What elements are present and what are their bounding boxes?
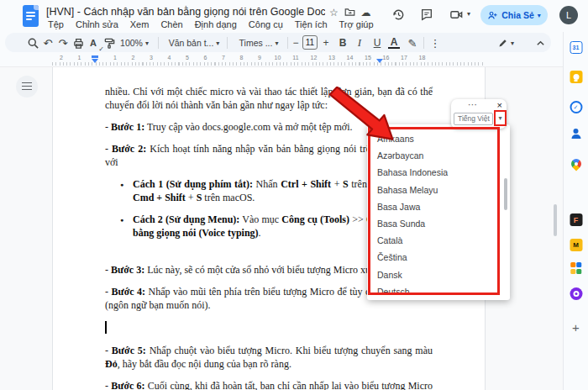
menu-chỉnh-sửa[interactable]: Chỉnh sửa — [74, 18, 120, 30]
ruler-number: 11 — [292, 55, 298, 61]
highlight-color-button[interactable]: ✎ — [406, 34, 419, 52]
italic-button[interactable]: I — [354, 34, 365, 52]
ruler-number: 17 — [401, 55, 407, 61]
menubar: TệpChỉnh sửaXemChènĐịnh dạngCông cụTiện … — [46, 18, 375, 30]
language-option[interactable]: Čeština — [367, 249, 501, 266]
doc-paragraph: - Bước 6: Cuối cùng, khi đã hoàn tất, bạ… — [105, 379, 433, 390]
document-scrollbar[interactable] — [554, 204, 557, 236]
show-outline-button[interactable] — [16, 76, 38, 98]
version-history-icon[interactable] — [390, 6, 407, 23]
get-addons-button[interactable]: + — [572, 320, 580, 335]
keep-icon[interactable] — [570, 71, 582, 83]
google-docs-window: [HVN] - Cách nhập văn bản bằng giọng nói… — [0, 0, 588, 390]
side-panel: 31 ✓ F M + — [563, 32, 588, 390]
ruler-number: 10 — [275, 55, 281, 61]
close-icon[interactable]: × — [497, 100, 502, 110]
addon-yellow-icon[interactable]: M — [570, 239, 582, 251]
pen-icon — [497, 38, 508, 49]
language-dropdown: AfrikaansAzərbaycanBahasa IndonesiaBahas… — [367, 124, 510, 300]
zoom-select[interactable]: 100%▾ — [114, 34, 155, 52]
redo-button[interactable]: ↷ — [55, 34, 71, 52]
addon-dark-icon[interactable]: F — [570, 213, 582, 226]
ruler-number: 14 — [347, 55, 354, 61]
caret-down-icon: ▾ — [145, 40, 149, 47]
font-size-input[interactable]: 11 — [302, 35, 318, 50]
editing-mode-select[interactable]: ▾ — [491, 34, 520, 52]
ruler-number: 5 — [186, 55, 189, 61]
ruler-number: 15 — [365, 55, 371, 61]
voice-typing-widget: ⋯ × Tiếng Việt ▾ — [451, 99, 507, 129]
account-avatar[interactable]: L — [559, 6, 578, 24]
video-call-caret-icon[interactable]: ▾ — [467, 10, 470, 18]
language-option[interactable]: Basa Sunda — [367, 215, 501, 232]
language-option[interactable]: Bahasa Melayu — [367, 182, 501, 198]
font-select[interactable]: Times ...▾ — [233, 34, 285, 52]
language-option[interactable]: Afrikaans — [367, 130, 501, 147]
toolbar-divider — [287, 37, 288, 49]
menu-tiện-ích[interactable]: Tiện ích — [293, 18, 329, 30]
star-icon[interactable]: ☆ — [328, 7, 340, 19]
person-add-icon — [487, 10, 498, 21]
left-indent-marker[interactable] — [92, 59, 98, 63]
language-option[interactable]: Dansk — [367, 266, 501, 283]
share-caret-icon[interactable]: ▾ — [538, 12, 541, 19]
language-list-scrollbar[interactable] — [504, 178, 507, 210]
increase-font-size-button[interactable]: + — [321, 34, 331, 52]
language-option[interactable]: Azərbaycan — [367, 147, 501, 164]
paragraph-style-select[interactable]: Văn bản t...▾ — [165, 34, 223, 52]
cloud-status-icon[interactable]: ☁ — [360, 7, 372, 19]
ruler-number: 9 — [258, 55, 261, 61]
caret-down-icon: ▾ — [511, 40, 514, 47]
drag-handle-icon[interactable]: ⋯ — [468, 99, 478, 110]
bold-button[interactable]: B — [336, 34, 349, 52]
calendar-icon[interactable]: 31 — [570, 41, 582, 54]
language-option[interactable]: Basa Jawa — [367, 198, 501, 215]
document-title[interactable]: [HVN] - Cách nhập văn bản bằng giọng nói… — [46, 6, 325, 18]
ruler-number: 2 — [132, 55, 135, 61]
addon-purple-icon[interactable] — [570, 287, 582, 300]
video-call-icon[interactable] — [448, 6, 465, 23]
ruler-number: 6 — [204, 55, 207, 61]
menu-công-cụ[interactable]: Công cụ — [247, 18, 285, 30]
text-cursor — [105, 321, 107, 334]
docs-logo-icon[interactable] — [23, 5, 39, 27]
more-options-button[interactable]: ⋮ — [429, 34, 441, 52]
search-menus-button[interactable] — [25, 34, 40, 52]
ruler: 21123456789101112131415161718 — [0, 54, 588, 67]
language-option[interactable]: Deutsch — [367, 283, 501, 300]
language-option[interactable]: Català — [367, 232, 501, 249]
print-button[interactable] — [71, 34, 86, 52]
ruler-number: 12 — [311, 55, 318, 61]
addon-grid-icon[interactable] — [570, 262, 582, 274]
text-color-button[interactable]: A — [388, 36, 400, 49]
maps-icon[interactable] — [571, 159, 581, 169]
undo-button[interactable]: ↶ — [40, 34, 55, 52]
doc-paragraph: nhiều. Chỉ với một chiếc micro và vài th… — [105, 85, 433, 112]
tasks-icon[interactable]: ✓ — [570, 101, 582, 113]
menu-xem[interactable]: Xem — [129, 18, 151, 30]
share-button[interactable]: Chia Sẻ ▾ — [480, 5, 548, 25]
menu-trợ-giúp[interactable]: Trợ giúp — [338, 18, 375, 30]
decrease-font-size-button[interactable]: − — [291, 34, 301, 52]
contacts-icon[interactable] — [571, 129, 580, 139]
ruler-number: 18 — [419, 55, 426, 61]
toolbar-divider — [158, 37, 159, 49]
ruler-ticks — [52, 62, 486, 66]
first-line-indent-marker[interactable] — [92, 55, 98, 58]
ruler-number: 4 — [168, 55, 171, 61]
voice-language-select[interactable]: Tiếng Việt — [454, 113, 493, 125]
underline-button[interactable]: U — [370, 34, 384, 52]
spellcheck-button[interactable]: A✓ — [86, 34, 101, 52]
move-folder-icon[interactable] — [344, 7, 356, 19]
hide-menus-button[interactable] — [533, 34, 547, 52]
toolbar-divider — [227, 37, 228, 49]
right-indent-marker[interactable] — [376, 59, 383, 63]
top-bar: [HVN] - Cách nhập văn bản bằng giọng nói… — [0, 0, 588, 32]
comments-icon[interactable] — [418, 6, 435, 23]
menu-tệp[interactable]: Tệp — [46, 18, 66, 30]
voice-language-caret-button[interactable]: ▾ — [494, 110, 507, 126]
doc-cursor-line — [105, 320, 433, 335]
menu-chèn[interactable]: Chèn — [159, 18, 184, 30]
language-option[interactable]: Bahasa Indonesia — [367, 164, 501, 181]
menu-định-dạng[interactable]: Định dạng — [193, 18, 239, 30]
